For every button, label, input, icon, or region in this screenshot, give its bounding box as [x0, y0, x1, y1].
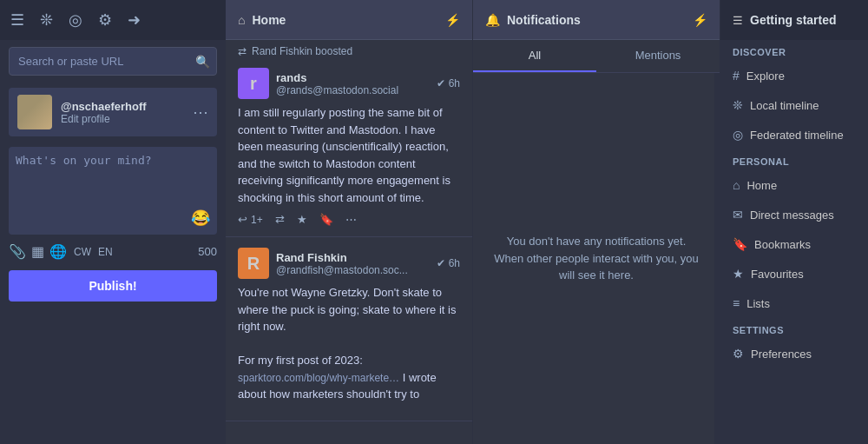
reply-action[interactable]: ↩ 1+: [238, 213, 263, 226]
right-sidebar-header: ☰ Getting started: [720, 0, 868, 40]
explore-icon: #: [733, 69, 740, 83]
status-rands-content: I am still regularly posting the same bi…: [238, 104, 460, 206]
favourite-action[interactable]: ★: [297, 213, 307, 226]
content-part1: You're not Wayne Gretzky. Don't skate to…: [238, 286, 456, 333]
poll-icon[interactable]: ▦: [31, 243, 44, 260]
profile-info: @nschaeferhoff Edit profile: [61, 100, 184, 125]
star-icon: ★: [297, 213, 307, 226]
compose-toolbar: 📎 ▦ 🌐 CW EN 500: [9, 243, 217, 260]
boost-action-icon: ⇄: [275, 213, 285, 226]
local-timeline-icon: ❊: [733, 98, 743, 112]
status-rands-actions: ↩ 1+ ⇄ ★ 🔖 ⋯: [238, 213, 460, 226]
notifications-scrollbar[interactable]: [714, 73, 720, 444]
boost-action[interactable]: ⇄: [275, 213, 285, 226]
avatar: [17, 95, 52, 129]
bookmark-action[interactable]: 🔖: [319, 213, 333, 226]
profile-area: @nschaeferhoff Edit profile ⋯: [9, 88, 217, 136]
profile-edit-link[interactable]: Edit profile: [61, 113, 184, 125]
status-rand-fishkin-avatar: R: [238, 248, 269, 279]
right-sidebar-title: Getting started: [750, 13, 837, 27]
home-column-settings-icon[interactable]: ⚡: [445, 13, 460, 27]
nav-home[interactable]: ⌂ Home: [720, 170, 868, 200]
status-rands-info: rands @rands@mastodon.social: [276, 71, 430, 96]
status-rands-handle: @rands@mastodon.social: [276, 84, 430, 96]
search-icon: 🔍: [195, 55, 210, 69]
nav-explore[interactable]: # Explore: [720, 61, 868, 90]
discover-section-label: DISCOVER: [720, 40, 868, 61]
reply-count: 1+: [251, 214, 263, 226]
home-nav-icon: ⌂: [733, 178, 740, 192]
profile-username: @nschaeferhoff: [61, 100, 184, 113]
char-count: 500: [198, 245, 217, 258]
globe-compose-icon[interactable]: 🌐: [49, 243, 67, 260]
publish-button[interactable]: Publish!: [9, 270, 217, 302]
status-rand-fishkin-time-value: 6h: [449, 257, 460, 269]
tab-mentions[interactable]: Mentions: [596, 40, 720, 72]
emoji-icon[interactable]: 😂: [16, 209, 210, 228]
status-rand-fishkin-handle: @randfish@mastodon.soc...: [276, 264, 430, 276]
notifications-empty-message: You don't have any notifications yet. Wh…: [473, 73, 720, 444]
nav-favourites[interactable]: ★ Favourites: [720, 259, 868, 288]
profile-menu-icon[interactable]: ⋯: [193, 103, 208, 122]
users-icon[interactable]: ❊: [40, 10, 53, 30]
compose-textarea[interactable]: [16, 154, 210, 206]
getting-started-icon: ☰: [733, 14, 743, 27]
nav-local-timeline[interactable]: ❊ Local timeline: [720, 90, 868, 120]
home-column: ⌂ Home ⚡ ⇄ Rand Fishkin boosted r rands …: [226, 0, 473, 444]
logout-icon[interactable]: ➜: [128, 10, 141, 30]
lists-icon: ≡: [733, 296, 740, 310]
nav-preferences-label: Preferences: [751, 348, 812, 361]
nav-preferences[interactable]: ⚙ Preferences: [720, 339, 868, 368]
globe-icon[interactable]: ◎: [69, 10, 82, 30]
direct-messages-icon: ✉: [733, 208, 743, 222]
search-bar: 🔍: [9, 47, 217, 76]
more-action[interactable]: ⋯: [345, 213, 357, 226]
settings-section-label: SETTINGS: [720, 318, 868, 339]
en-label[interactable]: EN: [98, 246, 113, 258]
status-rand-fishkin-name: Rand Fishkin: [276, 251, 430, 264]
boost-label: ⇄ Rand Fishkin boosted: [226, 40, 472, 57]
nav-lists[interactable]: ≡ Lists: [720, 288, 868, 318]
status-rand-fishkin: R Rand Fishkin @randfish@mastodon.soc...…: [226, 237, 472, 421]
home-column-title: Home: [252, 13, 445, 27]
nav-lists-label: Lists: [746, 297, 770, 310]
left-sidebar: ☰ ❊ ◎ ⚙ ➜ 🔍 @nschaeferhoff Edit profile …: [0, 0, 226, 444]
bookmarks-icon: 🔖: [733, 237, 747, 251]
boost-icon: ⇄: [238, 45, 247, 57]
verified-icon: ✔: [437, 77, 445, 89]
nav-federated-timeline[interactable]: ◎ Federated timeline: [720, 120, 868, 149]
notifications-column-header: 🔔 Notifications ⚡: [473, 0, 720, 40]
home-column-scroll[interactable]: ⇄ Rand Fishkin boosted r rands @rands@ma…: [226, 40, 472, 444]
left-topbar: ☰ ❊ ◎ ⚙ ➜: [0, 0, 226, 40]
cw-label[interactable]: CW: [74, 246, 91, 258]
notifications-column-icon: 🔔: [485, 13, 500, 27]
status-rands-time: ✔ 6h: [437, 77, 460, 89]
settings-icon[interactable]: ⚙: [98, 10, 112, 30]
nav-favourites-label: Favourites: [751, 268, 804, 281]
personal-section-label: PERSONAL: [720, 149, 868, 170]
nav-home-label: Home: [746, 179, 777, 192]
nav-direct-messages-label: Direct messages: [750, 209, 834, 222]
menu-icon[interactable]: ☰: [10, 10, 24, 30]
notifications-column-settings-icon[interactable]: ⚡: [693, 13, 707, 27]
content-link[interactable]: sparktoro.com/blog/why-markete…: [238, 372, 399, 384]
status-rand-fishkin-info: Rand Fishkin @randfish@mastodon.soc...: [276, 251, 430, 276]
tab-all[interactable]: All: [473, 40, 596, 72]
home-column-icon: ⌂: [238, 13, 245, 27]
nav-bookmarks[interactable]: 🔖 Bookmarks: [720, 229, 868, 259]
status-rand-fishkin-time: ✔ 6h: [437, 257, 460, 269]
nav-explore-label: Explore: [746, 70, 785, 83]
status-rands-avatar: r: [238, 68, 269, 99]
more-icon: ⋯: [345, 213, 357, 226]
favourites-icon: ★: [733, 267, 744, 281]
reply-icon: ↩: [238, 213, 247, 226]
content-part2: For my first post of 2023:: [238, 354, 363, 367]
columns-area: ⌂ Home ⚡ ⇄ Rand Fishkin boosted r rands …: [226, 0, 720, 444]
search-input[interactable]: [9, 47, 217, 76]
notifications-column-title: Notifications: [507, 13, 693, 27]
boost-text: Rand Fishkin boosted: [252, 45, 352, 57]
notifications-tabs: All Mentions: [473, 40, 720, 73]
nav-direct-messages[interactable]: ✉ Direct messages: [720, 200, 868, 229]
bookmark-icon: 🔖: [319, 213, 333, 226]
attachment-icon[interactable]: 📎: [9, 243, 26, 260]
